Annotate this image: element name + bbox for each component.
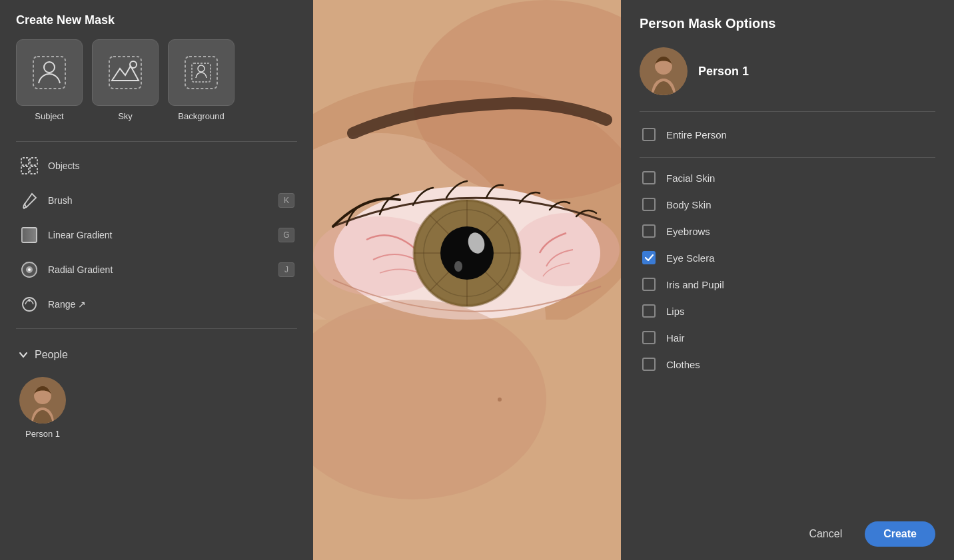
mask-type-background[interactable]: Background bbox=[168, 39, 235, 121]
body-skin-checkbox bbox=[642, 198, 656, 211]
right-panel: Person Mask Options Person 1 Entire Pers… bbox=[621, 0, 954, 560]
cancel-button[interactable]: Cancel bbox=[797, 521, 854, 547]
person-mask-face bbox=[640, 47, 688, 95]
checkbox-eyebrows[interactable]: Eyebrows bbox=[640, 219, 935, 243]
checkbox-list: Facial Skin Body Skin Eyebrows Eye Scler… bbox=[640, 166, 935, 376]
svg-point-45 bbox=[498, 398, 502, 402]
svg-point-1 bbox=[44, 62, 55, 73]
checkbox-entire-person[interactable]: Entire Person bbox=[640, 123, 935, 146]
person-mask-name: Person 1 bbox=[698, 65, 749, 79]
tool-radial-gradient[interactable]: Radial Gradient J bbox=[16, 252, 297, 287]
eye-illustration bbox=[313, 0, 621, 560]
bottom-buttons: Cancel Create bbox=[640, 505, 935, 547]
person-item-1[interactable]: Person 1 bbox=[16, 377, 69, 439]
mask-type-sky[interactable]: Sky bbox=[92, 39, 159, 121]
left-panel: Create New Mask Subject bbox=[0, 0, 313, 560]
facial-skin-checkbox bbox=[642, 171, 656, 184]
mask-type-row: Subject Sky bbox=[16, 39, 297, 121]
range-label: Range ↗ bbox=[48, 299, 294, 310]
svg-point-42 bbox=[454, 261, 462, 272]
entire-person-checkbox-box bbox=[642, 128, 656, 141]
person-1-face bbox=[19, 377, 66, 423]
tool-range[interactable]: Range ↗ bbox=[16, 287, 297, 322]
eye-sclera-checkbox bbox=[642, 251, 656, 264]
divider-right-1 bbox=[640, 111, 935, 112]
svg-point-6 bbox=[198, 65, 205, 72]
brush-label: Brush bbox=[48, 195, 278, 206]
sky-icon bbox=[107, 54, 144, 91]
svg-rect-9 bbox=[21, 166, 29, 174]
tool-objects[interactable]: Objects bbox=[16, 148, 297, 183]
divider-1 bbox=[16, 141, 297, 142]
clothes-checkbox bbox=[642, 358, 656, 371]
objects-label: Objects bbox=[48, 160, 294, 171]
objects-icon bbox=[19, 155, 40, 176]
background-icon bbox=[183, 54, 220, 91]
svg-rect-7 bbox=[21, 158, 29, 165]
eye-sclera-label: Eye Sclera bbox=[666, 252, 715, 264]
checkbox-eye-sclera[interactable]: Eye Sclera bbox=[640, 246, 935, 270]
sky-icon-box bbox=[92, 39, 159, 106]
people-section-label: People bbox=[35, 349, 68, 361]
svg-point-18 bbox=[28, 299, 31, 302]
checkbox-hair[interactable]: Hair bbox=[640, 326, 935, 350]
person-mask-avatar bbox=[640, 47, 688, 95]
body-skin-label: Body Skin bbox=[666, 199, 712, 210]
subject-icon bbox=[31, 54, 68, 91]
checkmark-icon bbox=[645, 254, 654, 261]
checkbox-facial-skin[interactable]: Facial Skin bbox=[640, 166, 935, 190]
divider-right-2 bbox=[640, 157, 935, 158]
chevron-down-icon bbox=[19, 350, 28, 360]
linear-gradient-icon bbox=[19, 224, 40, 246]
person-1-avatar bbox=[19, 377, 66, 423]
checkbox-lips[interactable]: Lips bbox=[640, 299, 935, 323]
radial-gradient-shortcut: J bbox=[278, 262, 294, 277]
mask-type-subject[interactable]: Subject bbox=[16, 39, 83, 121]
divider-2 bbox=[16, 328, 297, 329]
people-header[interactable]: People bbox=[16, 342, 297, 368]
subject-icon-box bbox=[16, 39, 83, 106]
svg-point-40 bbox=[440, 226, 494, 280]
lips-label: Lips bbox=[666, 306, 685, 317]
svg-rect-10 bbox=[30, 166, 37, 174]
subject-label: Subject bbox=[35, 111, 63, 121]
eyebrows-label: Eyebrows bbox=[666, 226, 710, 237]
background-label: Background bbox=[178, 111, 224, 121]
linear-gradient-label: Linear Gradient bbox=[48, 230, 278, 240]
svg-point-27 bbox=[513, 213, 620, 286]
people-section: People Person 1 bbox=[16, 342, 297, 439]
clothes-label: Clothes bbox=[666, 359, 700, 370]
linear-gradient-shortcut: G bbox=[278, 228, 294, 242]
iris-pupil-label: Iris and Pupil bbox=[666, 279, 724, 290]
brush-shortcut: K bbox=[278, 193, 294, 208]
facial-skin-label: Facial Skin bbox=[666, 172, 715, 184]
brush-icon bbox=[19, 190, 40, 211]
hair-checkbox bbox=[642, 331, 656, 344]
panel-title: Create New Mask bbox=[16, 13, 297, 27]
svg-rect-2 bbox=[109, 57, 141, 89]
svg-rect-12 bbox=[22, 228, 37, 242]
radial-gradient-label: Radial Gradient bbox=[48, 264, 278, 275]
person-mask-header: Person 1 bbox=[640, 47, 935, 95]
checkbox-clothes[interactable]: Clothes bbox=[640, 352, 935, 376]
create-button[interactable]: Create bbox=[865, 521, 935, 547]
lips-checkbox bbox=[642, 304, 656, 318]
background-icon-box bbox=[168, 39, 235, 106]
radial-gradient-icon bbox=[19, 259, 40, 280]
tool-list: Objects Brush K bbox=[16, 148, 297, 322]
person-1-name: Person 1 bbox=[25, 429, 60, 439]
tool-brush[interactable]: Brush K bbox=[16, 183, 297, 218]
hair-label: Hair bbox=[666, 332, 685, 344]
range-icon bbox=[19, 294, 40, 315]
iris-pupil-checkbox bbox=[642, 278, 656, 291]
svg-point-16 bbox=[28, 268, 31, 271]
tool-linear-gradient[interactable]: Linear Gradient G bbox=[16, 218, 297, 252]
people-list: Person 1 bbox=[16, 377, 297, 439]
checkbox-iris-pupil[interactable]: Iris and Pupil bbox=[640, 272, 935, 296]
eyebrows-checkbox bbox=[642, 224, 656, 238]
checkbox-body-skin[interactable]: Body Skin bbox=[640, 192, 935, 216]
entire-person-label: Entire Person bbox=[666, 129, 727, 140]
svg-point-3 bbox=[130, 61, 137, 68]
svg-rect-8 bbox=[30, 158, 37, 165]
sky-label: Sky bbox=[118, 111, 133, 121]
